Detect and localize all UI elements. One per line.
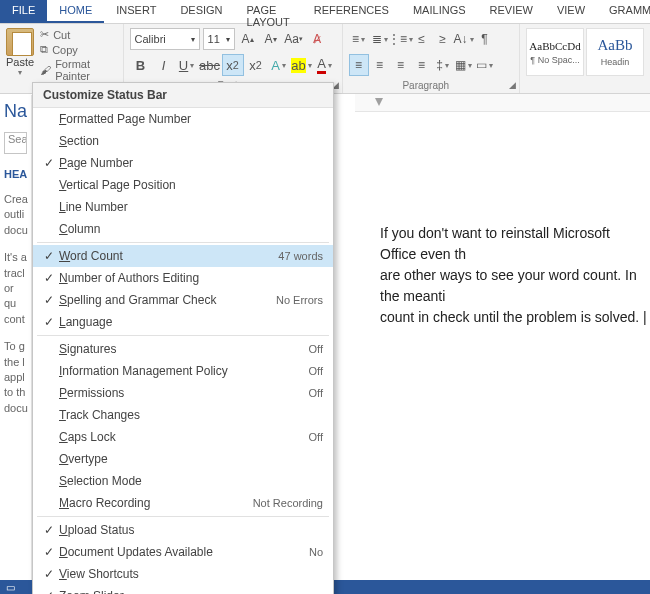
clear-formatting-button[interactable]: A̷ [307, 28, 327, 50]
nav-search-input[interactable]: Sea [4, 132, 27, 154]
menu-item-label: Track Changes [59, 408, 323, 422]
check-icon: ✓ [39, 567, 59, 581]
tab-grammarly[interactable]: GRAMMARLY [597, 0, 650, 23]
menu-item-acro-recording[interactable]: Macro RecordingNot Recording [33, 492, 333, 514]
justify-button[interactable]: ≡ [412, 54, 432, 76]
align-right-button[interactable]: ≡ [391, 54, 411, 76]
tab-file[interactable]: FILE [0, 0, 47, 23]
menu-item-vertype[interactable]: Overtype [33, 448, 333, 470]
menu-item-ocument-updates-available[interactable]: ✓Document Updates AvailableNo [33, 541, 333, 563]
check-icon: ✓ [39, 293, 59, 307]
align-left-button[interactable]: ≡ [349, 54, 369, 76]
menu-item-oom-slider[interactable]: ✓Zoom Slider [33, 585, 333, 594]
nav-headings-tab[interactable]: HEA [4, 168, 27, 180]
menu-item-election-mode[interactable]: Selection Mode [33, 470, 333, 492]
check-icon: ✓ [39, 523, 59, 537]
tab-review[interactable]: REVIEW [478, 0, 545, 23]
bullets-button[interactable]: ≡ [349, 28, 369, 50]
copy-icon: ⧉ [40, 43, 48, 56]
menu-item-age-number[interactable]: ✓Page Number [33, 152, 333, 174]
menu-item-anguage[interactable]: ✓Language [33, 311, 333, 333]
document-page[interactable]: If you don't want to reinstall Microsoft… [380, 223, 650, 328]
numbering-button[interactable]: ≣ [370, 28, 390, 50]
menu-item-pload-status[interactable]: ✓Upload Status [33, 519, 333, 541]
strikethrough-button[interactable]: abc [199, 54, 221, 76]
menu-separator [37, 516, 329, 517]
cut-label: Cut [53, 29, 70, 41]
menu-item-value: Off [309, 387, 323, 399]
highlight-button[interactable]: ab [291, 54, 313, 76]
statusbar-context-menu: Customize Status Bar Formatted Page Numb… [32, 82, 334, 594]
grow-font-button[interactable]: A▴ [238, 28, 258, 50]
menu-item-ermissions[interactable]: PermissionsOff [33, 382, 333, 404]
style-label: Headin [601, 57, 630, 67]
ruler[interactable] [355, 94, 650, 112]
align-center-button[interactable]: ≡ [370, 54, 390, 76]
tab-references[interactable]: REFERENCES [302, 0, 401, 23]
check-icon: ✓ [39, 271, 59, 285]
ribbon-tabs: FILE HOME INSERT DESIGN PAGE LAYOUT REFE… [0, 0, 650, 24]
menu-item-label: Information Management Policy [59, 364, 309, 378]
tab-view[interactable]: VIEW [545, 0, 597, 23]
paste-label: Paste [6, 56, 34, 68]
menu-item-aps-lock[interactable]: Caps LockOff [33, 426, 333, 448]
font-name-select[interactable]: Calibri▾ [130, 28, 200, 50]
group-paragraph: ≡ ≣ ⋮≡ ≤ ≥ A↓ ¶ ≡ ≡ ≡ ≡ ‡ ▦ ▭ Paragraph … [343, 24, 520, 93]
paste-button[interactable]: Paste ▾ [6, 28, 34, 82]
font-size-select[interactable]: 11▾ [203, 28, 235, 50]
nav-title: Na [4, 101, 27, 122]
sort-button[interactable]: A↓ [454, 28, 474, 50]
menu-item-ertical-page-position[interactable]: Vertical Page Position [33, 174, 333, 196]
increase-indent-button[interactable]: ≥ [433, 28, 453, 50]
underline-button[interactable]: U [176, 54, 198, 76]
menu-item-umber-of-authors-editing[interactable]: ✓Number of Authors Editing [33, 267, 333, 289]
menu-item-label: Signatures [59, 342, 309, 356]
menu-item-nformation-management-policy[interactable]: Information Management PolicyOff [33, 360, 333, 382]
check-icon: ✓ [39, 589, 59, 594]
menu-item-rack-changes[interactable]: Track Changes [33, 404, 333, 426]
menu-item-olumn[interactable]: Column [33, 218, 333, 240]
superscript-button[interactable]: x2 [245, 54, 267, 76]
cut-button[interactable]: ✂Cut [40, 28, 116, 41]
tab-home[interactable]: HOME [47, 0, 104, 23]
menu-item-ignatures[interactable]: SignaturesOff [33, 338, 333, 360]
tab-mailings[interactable]: MAILINGS [401, 0, 478, 23]
menu-item-ormatted-page-number[interactable]: Formatted Page Number [33, 108, 333, 130]
shading-button[interactable]: ▦ [454, 54, 474, 76]
text-effects-button[interactable]: A [268, 54, 290, 76]
tab-insert[interactable]: INSERT [104, 0, 168, 23]
menu-item-ection[interactable]: Section [33, 130, 333, 152]
italic-button[interactable]: I [153, 54, 175, 76]
show-marks-button[interactable]: ¶ [475, 28, 495, 50]
font-color-button[interactable]: A [314, 54, 336, 76]
multilevel-button[interactable]: ⋮≡ [391, 28, 411, 50]
bold-button[interactable]: B [130, 54, 152, 76]
paragraph-dialog-launcher[interactable]: ◢ [509, 80, 516, 90]
doc-line: If you don't want to reinstall Microsoft… [380, 223, 650, 265]
document-area[interactable]: If you don't want to reinstall Microsoft… [355, 113, 650, 580]
decrease-indent-button[interactable]: ≤ [412, 28, 432, 50]
tab-page-layout[interactable]: PAGE LAYOUT [235, 0, 302, 23]
tab-design[interactable]: DESIGN [168, 0, 234, 23]
statusbar-book-icon[interactable]: ▭ [0, 582, 15, 593]
style-1[interactable]: AaBbHeadin [586, 28, 644, 76]
style-0[interactable]: AaBbCcDd¶ No Spac... [526, 28, 584, 76]
menu-item-label: Selection Mode [59, 474, 323, 488]
check-icon: ✓ [39, 249, 59, 263]
change-case-button[interactable]: Aa▾ [284, 28, 304, 50]
scissors-icon: ✂ [40, 28, 49, 41]
menu-item-ord-count[interactable]: ✓Word Count47 words [33, 245, 333, 267]
line-spacing-button[interactable]: ‡ [433, 54, 453, 76]
font-size-value: 11 [208, 33, 220, 45]
doc-line: count in check until the problem is solv… [380, 307, 650, 328]
menu-item-ine-number[interactable]: Line Number [33, 196, 333, 218]
menu-item-pelling-and-grammar-check[interactable]: ✓Spelling and Grammar CheckNo Errors [33, 289, 333, 311]
menu-item-value: No [309, 546, 323, 558]
menu-item-iew-shortcuts[interactable]: ✓View Shortcuts [33, 563, 333, 585]
borders-button[interactable]: ▭ [475, 54, 495, 76]
subscript-button[interactable]: x2 [222, 54, 244, 76]
paste-dropdown-icon[interactable]: ▾ [18, 68, 22, 77]
shrink-font-button[interactable]: A▾ [261, 28, 281, 50]
format-painter-button[interactable]: 🖌Format Painter [40, 58, 116, 82]
copy-button[interactable]: ⧉Copy [40, 43, 116, 56]
